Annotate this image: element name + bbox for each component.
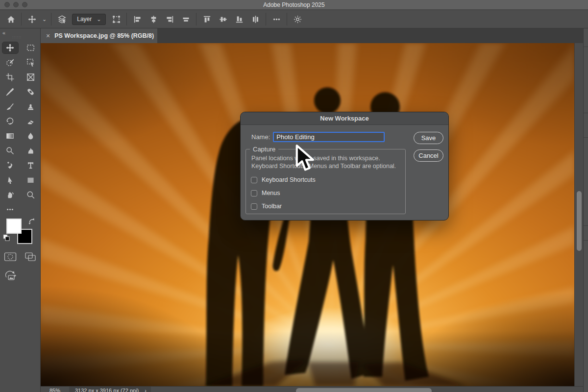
smudge-tool[interactable] — [23, 145, 38, 156]
save-button[interactable]: Save — [414, 132, 443, 144]
cancel-button[interactable]: Cancel — [414, 149, 443, 162]
distribute-vertical-button[interactable] — [249, 13, 261, 25]
default-colors-icon[interactable] — [3, 234, 10, 243]
frame-tool[interactable] — [23, 72, 38, 83]
zoom-level[interactable]: 85% — [49, 388, 60, 392]
new-workspace-dialog: New Workspace Name: Save Cancel Capture … — [240, 112, 449, 220]
capture-description-line1: Panel locations will be saved in this wo… — [251, 155, 405, 163]
healing-brush-tool[interactable] — [23, 86, 38, 98]
document-tab[interactable]: × PS Workspace.jpg @ 85% (RGB/8) — [41, 28, 157, 43]
horizontal-scrollbar-thumb[interactable] — [296, 388, 432, 392]
zoom-tool[interactable] — [23, 189, 38, 200]
object-selection-tool[interactable] — [23, 57, 38, 68]
eyedropper-tool[interactable] — [2, 86, 18, 98]
capture-legend: Capture — [250, 146, 278, 153]
panel-grip-icon[interactable]: :::::: — [12, 35, 22, 39]
separator — [21, 13, 22, 25]
document-tab-label: PS Workspace.jpg @ 85% (RGB/8) — [54, 32, 154, 39]
history-brush-tool[interactable] — [2, 116, 18, 127]
blur-tool[interactable] — [23, 130, 38, 142]
titlebar: Adobe Photoshop 2025 — [0, 0, 588, 10]
eraser-tool[interactable] — [23, 116, 38, 127]
document-tab-bar: × PS Workspace.jpg @ 85% (RGB/8) — [41, 28, 583, 43]
workspace-settings-gear-icon[interactable] — [292, 13, 303, 25]
align-left-edges-button[interactable] — [131, 13, 143, 25]
hand-tool[interactable] — [2, 189, 18, 200]
align-bottom-edges-button[interactable] — [233, 13, 245, 25]
vertical-scrollbar-thumb[interactable] — [577, 191, 582, 251]
status-bar: 85% 3132 px x 3916 px (72 ppi) › — [41, 386, 583, 392]
align-top-edges-button[interactable] — [201, 13, 213, 25]
auto-select-target-dropdown[interactable]: Layer ⌄ — [72, 14, 106, 25]
foreground-color-swatch[interactable] — [6, 219, 22, 234]
menus-option[interactable]: Menus — [251, 190, 405, 196]
tool-rail: « :::::: — [0, 28, 41, 392]
separator — [196, 13, 196, 25]
toolbar-option[interactable]: Toolbar — [251, 203, 405, 210]
show-transform-controls-toggle[interactable] — [110, 13, 122, 25]
brush-tool[interactable] — [2, 101, 18, 112]
separator — [266, 13, 266, 25]
gradient-tool[interactable] — [2, 130, 18, 142]
align-horizontal-centers-button[interactable] — [147, 13, 159, 25]
menus-checkbox[interactable] — [251, 190, 257, 196]
rectangular-marquee-tool[interactable] — [23, 42, 38, 53]
capture-description-line2: Keyboard Shortcuts, Menus and Toolbar ar… — [251, 163, 405, 171]
document-info: 3132 px x 3916 px (72 ppi) › — [69, 387, 151, 392]
auto-select-target-value: Layer — [77, 16, 92, 23]
workspace-name-input[interactable] — [273, 132, 385, 142]
home-button[interactable] — [5, 13, 17, 25]
move-tool[interactable] — [2, 42, 18, 53]
pen-tool[interactable] — [2, 160, 18, 171]
dialog-title: New Workspace — [320, 115, 368, 122]
name-label: Name: — [251, 133, 270, 141]
align-vertical-centers-button[interactable] — [217, 13, 229, 25]
type-tool[interactable] — [23, 160, 38, 171]
align-right-edges-button[interactable] — [164, 13, 175, 25]
screen-mode-button[interactable] — [24, 252, 36, 264]
options-bar: ⌄ Layer ⌄ — [0, 10, 588, 28]
more-alignment-options-button[interactable] — [270, 13, 282, 25]
document-dimensions: 3132 px x 3916 px (72 ppi) — [75, 388, 139, 392]
path-selection-tool[interactable] — [2, 174, 18, 186]
app-title: Adobe Photoshop 2025 — [0, 0, 588, 10]
crop-tool[interactable] — [2, 72, 18, 83]
separator — [287, 13, 287, 25]
keyboard-shortcuts-option[interactable]: Keyboard Shortcuts — [251, 176, 405, 183]
rectangle-tool[interactable] — [23, 174, 38, 186]
keyboard-shortcuts-checkbox[interactable] — [251, 177, 257, 183]
capture-group: Capture Panel locations will be saved in… — [245, 146, 406, 214]
panel-dock-edge[interactable] — [583, 28, 588, 392]
dialog-header: New Workspace — [241, 112, 448, 125]
selection-brush-tool[interactable] — [2, 57, 18, 68]
color-swatches — [0, 219, 41, 249]
quick-mask-mode-button[interactable] — [4, 252, 17, 264]
dodge-tool[interactable] — [2, 145, 18, 156]
separator — [126, 13, 127, 25]
edit-toolbar-button[interactable] — [2, 204, 18, 215]
move-tool-preset-icon[interactable] — [26, 13, 38, 25]
close-tab-icon[interactable]: × — [46, 32, 50, 39]
collapse-panel-icon[interactable]: « — [2, 30, 6, 36]
auto-select-layers-icon[interactable] — [56, 13, 68, 25]
photoshop-window: Adobe Photoshop 2025 ⌄ Layer ⌄ — [0, 0, 588, 392]
status-options-chevron-icon[interactable]: › — [145, 388, 147, 392]
separator — [51, 13, 51, 25]
clone-stamp-tool[interactable] — [23, 101, 38, 112]
generative-ai-button[interactable] — [3, 270, 19, 282]
vertical-scrollbar[interactable] — [574, 43, 583, 386]
distribute-horizontal-button[interactable] — [180, 13, 192, 25]
dropdown-chevron-icon: ⌄ — [97, 17, 101, 22]
tool-preset-chevron-icon[interactable]: ⌄ — [42, 17, 47, 22]
toolbar-checkbox[interactable] — [251, 203, 257, 210]
swap-colors-icon[interactable] — [28, 218, 36, 227]
